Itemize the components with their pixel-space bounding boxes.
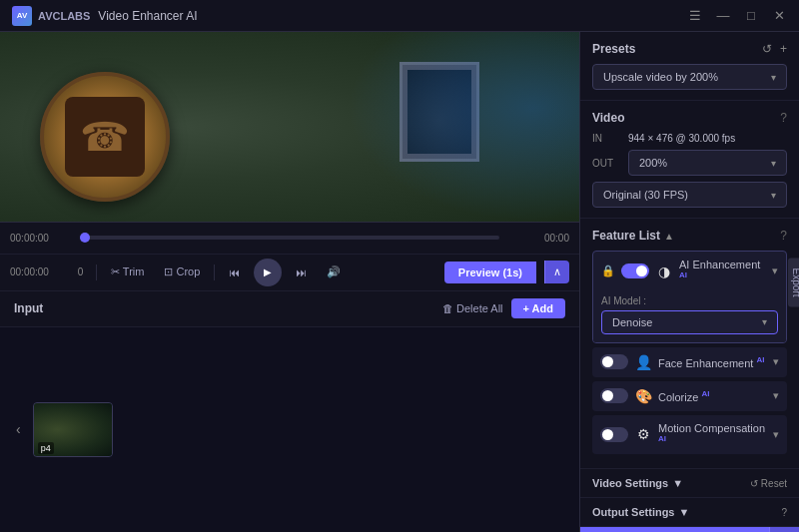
feature-face-enhancement-row[interactable]: 👤 Face Enhancement AI ▾ [592, 347, 787, 377]
feature-list-help[interactable]: ? [780, 229, 787, 243]
maximize-button[interactable]: □ [743, 8, 759, 24]
ai-badge-motion: AI [658, 434, 666, 443]
colorize-expand-icon[interactable]: ▾ [773, 389, 779, 402]
motion-compensation-toggle[interactable] [600, 427, 628, 442]
feature-list-title: Feature List [592, 229, 660, 243]
separator [96, 265, 97, 280]
prev-button[interactable]: ⏮ [223, 264, 246, 281]
export-side-tab[interactable]: Export [788, 258, 799, 306]
feature-list-chevron[interactable]: ▲ [664, 231, 674, 242]
logo-text: AV [17, 11, 28, 20]
video-preview [0, 32, 579, 222]
main-layout: 00:00:00 00:00 00:00:00 0 ✂ Trim ⊡ Crop … [0, 32, 799, 532]
output-settings-row[interactable]: Output Settings ▼ ? [580, 498, 799, 527]
presets-dropdown-arrow: ▾ [771, 72, 776, 83]
volume-button[interactable]: 🔊 [321, 263, 347, 281]
scroll-left-icon[interactable]: ‹ [12, 417, 25, 441]
presets-selected: Upscale video by 200% [603, 71, 718, 83]
presets-refresh-button[interactable]: ↺ [762, 42, 772, 56]
ai-badge-colorize: AI [701, 389, 709, 398]
clip-filename: p4 [38, 442, 54, 454]
colorize-toggle[interactable] [600, 388, 628, 403]
start-processing-button[interactable]: Start Processing [580, 527, 769, 532]
output-settings-help[interactable]: ? [781, 507, 787, 518]
start-processing-expand[interactable]: ∧ [769, 527, 799, 532]
feature-title-row: Feature List ▲ [592, 229, 674, 243]
video-fps-value: Original (30 FPS) [603, 189, 688, 201]
presets-header: Presets ↺ + [592, 42, 787, 56]
clock-decoration [40, 72, 170, 202]
video-out-arrow: ▾ [771, 158, 776, 169]
feature-list-header: Feature List ▲ ? [592, 229, 787, 243]
menu-button[interactable]: ☰ [687, 8, 703, 24]
trim-button[interactable]: ✂ Trim [105, 263, 150, 281]
video-fps-dropdown[interactable]: Original (30 FPS) ▾ [592, 182, 787, 208]
app-logo: AV AVCLABS [12, 6, 90, 26]
timeline-bar: 00:00:00 00:00 [0, 222, 579, 254]
separator2 [214, 265, 215, 280]
presets-dropdown[interactable]: Upscale video by 200% ▾ [592, 64, 787, 90]
ai-model-arrow: ▾ [762, 316, 767, 327]
blue-glow-effect [348, 32, 579, 222]
input-bar: Input 🗑 Delete All + Add [0, 291, 579, 327]
video-settings-row[interactable]: Video Settings ▼ ↺ Reset [580, 469, 799, 498]
titlebar-left: AV AVCLABS Video Enhancer AI [12, 6, 198, 26]
ai-badge-face: AI [756, 355, 764, 364]
feature-motion-compensation-row[interactable]: ⚙ Motion Compensation AI ▾ [592, 415, 787, 455]
ai-enhancement-expand-icon[interactable]: ▾ [772, 265, 778, 277]
video-title: Video [592, 111, 624, 125]
right-wrapper: Presets ↺ + Upscale video by 200% ▾ Vide… [579, 32, 799, 532]
timeline-start-time: 00:00:00 [10, 233, 70, 244]
preview-button[interactable]: Preview (1s) [444, 262, 536, 283]
face-enhancement-icon: 👤 [634, 354, 652, 370]
next-button[interactable]: ⏭ [290, 264, 313, 281]
presets-add-button[interactable]: + [780, 42, 787, 56]
video-out-value: 200% [639, 157, 667, 169]
logo-icon: AV [12, 6, 32, 26]
titlebar: AV AVCLABS Video Enhancer AI ☰ — □ ✕ [0, 0, 799, 32]
close-button[interactable]: ✕ [771, 8, 787, 24]
feature-ai-enhancement: 🔒 ◑ AI Enhancement AI ▾ AI Model : [592, 251, 787, 343]
minimize-button[interactable]: — [715, 8, 731, 24]
current-timecode: 00:00:00 [10, 266, 65, 277]
timeline-handle[interactable] [80, 233, 90, 243]
ai-enhancement-name: AI Enhancement AI [679, 259, 766, 284]
add-button[interactable]: + Add [511, 298, 565, 318]
ai-model-label: AI Model : [601, 295, 778, 306]
presets-actions: ↺ + [762, 42, 787, 56]
app-title: Video Enhancer AI [98, 9, 197, 23]
ai-badge-enhancement: AI [679, 270, 687, 279]
clip-thumbnail[interactable]: p4 [33, 402, 113, 457]
face-enhancement-toggle[interactable] [600, 354, 628, 369]
ai-model-value: Denoise [612, 316, 652, 328]
motion-compensation-expand-icon[interactable]: ▾ [773, 428, 779, 441]
face-enhancement-expand-icon[interactable]: ▾ [773, 355, 779, 368]
ai-enhancement-icon: ◑ [655, 264, 673, 279]
start-processing-row: Start Processing ∧ [580, 527, 799, 532]
feature-ai-enhancement-row[interactable]: 🔒 ◑ AI Enhancement AI ▾ [593, 252, 786, 291]
video-header: Video ? [592, 111, 787, 125]
left-panel: 00:00:00 00:00 00:00:00 0 ✂ Trim ⊡ Crop … [0, 32, 579, 532]
presets-section: Presets ↺ + Upscale video by 200% ▾ [580, 32, 799, 101]
video-settings-label: Video Settings ▼ [592, 477, 683, 489]
feature-list-section: Feature List ▲ ? 🔒 ◑ AI Enhancement [580, 219, 799, 469]
ai-enhancement-toggle[interactable] [621, 264, 649, 278]
output-settings-chevron: ▼ [679, 506, 690, 518]
video-out-dropdown[interactable]: 200% ▾ [628, 150, 787, 176]
timeline-end-time: 00:00 [509, 233, 569, 244]
presets-title: Presets [592, 42, 635, 56]
video-settings-reset[interactable]: ↺ Reset [750, 478, 787, 489]
play-button[interactable]: ▶ [254, 259, 282, 286]
delete-all-button[interactable]: 🗑 Delete All [434, 299, 511, 317]
crop-button[interactable]: ⊡ Crop [158, 263, 206, 281]
play-icon: ▶ [264, 266, 272, 277]
ai-enhancement-lock-icon: 🔒 [601, 265, 615, 277]
preview-expand-button[interactable]: ∧ [544, 261, 569, 283]
video-help-icon[interactable]: ? [780, 111, 787, 125]
feature-colorize-row[interactable]: 🎨 Colorize AI ▾ [592, 381, 787, 411]
video-scene [0, 32, 579, 222]
feature-motion-compensation: ⚙ Motion Compensation AI ▾ [592, 415, 787, 455]
ai-model-dropdown[interactable]: Denoise ▾ [601, 310, 778, 334]
telephone-image [65, 97, 145, 177]
timeline-track[interactable] [80, 236, 499, 240]
